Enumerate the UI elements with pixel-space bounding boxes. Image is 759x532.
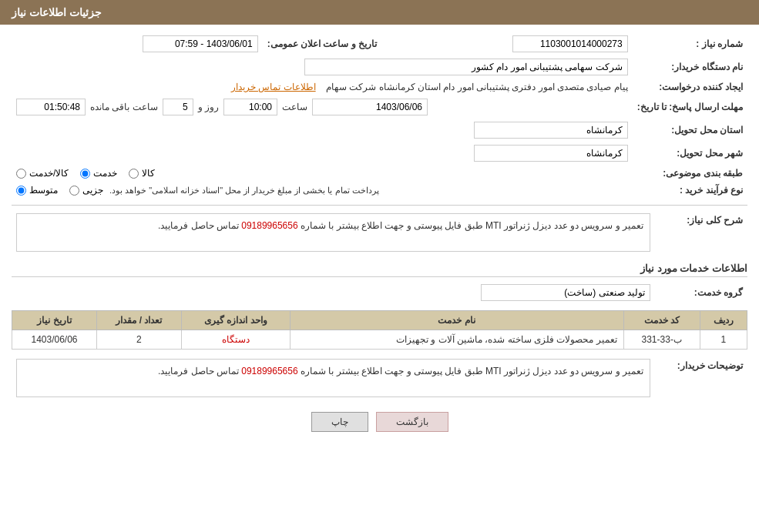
button-row: چاپ بازگشت — [12, 412, 747, 432]
cell-code: ب-33-331 — [623, 330, 700, 350]
page-title: جزئیات اطلاعات نیاز — [12, 6, 102, 18]
province-input[interactable] — [474, 122, 628, 139]
cell-name: تعمیر محصولات فلزی ساخته شده، ماشین آلات… — [290, 330, 623, 350]
need-desc-box: تعمیر و سرویس دو عدد دیزل ژنراتور MTI طب… — [16, 213, 650, 252]
services-section-title: اطلاعات خدمات مورد نیاز — [12, 263, 747, 277]
cell-qty: 2 — [96, 330, 181, 350]
main-content: شماره نیاز : تاریخ و ساعت اعلان عمومی: ن… — [0, 25, 759, 451]
reply-remaining-input[interactable] — [16, 99, 86, 115]
col-header-code: کد خدمت — [623, 311, 700, 330]
col-header-qty: تعداد / مقدار — [96, 311, 181, 330]
category-label: طبقه بندی موضوعی: — [633, 165, 747, 182]
need-number-label: شماره نیاز : — [633, 32, 747, 55]
creator-contact-link[interactable]: اطلاعات تماس خریدار — [231, 82, 316, 92]
reply-remaining-label: ساعت باقی مانده — [90, 102, 158, 112]
need-desc-section: شرح کلی نیاز: تعمیر و سرویس دو عدد دیزل … — [12, 210, 747, 255]
process-label: نوع فرآیند خرید : — [633, 182, 747, 199]
back-button[interactable]: بازگشت — [376, 412, 448, 432]
col-header-row: ردیف — [700, 311, 747, 330]
process-label-minor: جزیی — [82, 185, 103, 196]
print-button[interactable]: چاپ — [311, 412, 368, 432]
creator-label: ایجاد کننده درخواست: — [633, 79, 747, 95]
process-option-medium[interactable]: متوسط — [16, 185, 58, 196]
services-table: ردیف کد خدمت نام خدمت واحد اندازه گیری ت… — [12, 310, 747, 350]
need-desc-label: شرح کلی نیاز: — [655, 210, 747, 255]
creator-value: پیام صیادی متصدی امور دفتری پشتیبانی امو… — [326, 82, 628, 92]
service-group-section: گروه خدمت: — [12, 281, 747, 304]
col-header-unit: واحد اندازه گیری — [181, 311, 290, 330]
category-label-service: خدمت — [93, 168, 117, 179]
reply-time-input[interactable] — [223, 99, 277, 115]
category-radio-service[interactable] — [80, 169, 90, 179]
reply-deadline-label: مهلت ارسال پاسخ: تا تاریخ: — [633, 95, 747, 119]
separator-1 — [12, 205, 747, 206]
reply-days-input[interactable] — [163, 99, 193, 115]
announce-date-input[interactable] — [143, 35, 258, 52]
cell-unit: دستگاه — [181, 330, 290, 350]
reply-day-label: روز و — [198, 102, 219, 112]
buyer-desc-label: توضیحات خریدار: — [655, 356, 747, 400]
reply-date-input[interactable] — [312, 99, 428, 115]
process-note: پرداخت تمام یا بخشی از مبلغ خریدار از مح… — [109, 186, 379, 196]
table-row: 1 ب-33-331 تعمیر محصولات فلزی ساخته شده،… — [12, 330, 747, 350]
announce-date-label: تاریخ و ساعت اعلان عمومی: — [263, 32, 381, 55]
category-option-goods[interactable]: کالا — [129, 168, 155, 179]
city-label: شهر محل تحویل: — [633, 142, 747, 165]
service-group-label: گروه خدمت: — [655, 281, 747, 304]
buyer-desc-section: توضیحات خریدار: تعمیر و سرویس دو عدد دیز… — [12, 356, 747, 400]
col-header-name: نام خدمت — [290, 311, 623, 330]
service-group-input[interactable] — [481, 284, 650, 301]
category-label-goods: کالا — [142, 168, 155, 179]
category-radio-group: کالا/خدمت خدمت کالا — [16, 168, 628, 179]
city-input[interactable] — [474, 145, 628, 162]
process-option-minor[interactable]: جزیی — [69, 185, 103, 196]
buyer-desc-box: تعمیر و سرویس دو عدد دیزل ژنراتور MTI طب… — [16, 359, 650, 397]
process-radio-medium[interactable] — [16, 186, 26, 196]
category-option-service[interactable]: خدمت — [80, 168, 117, 179]
process-label-medium: متوسط — [29, 185, 58, 196]
form-section-top: شماره نیاز : تاریخ و ساعت اعلان عمومی: ن… — [12, 32, 747, 199]
province-label: استان محل تحویل: — [633, 119, 747, 142]
need-number-input[interactable] — [512, 35, 628, 52]
category-option-goods-services[interactable]: کالا/خدمت — [16, 168, 69, 179]
page-wrapper: جزئیات اطلاعات نیاز شماره نیاز : تاریخ و… — [0, 0, 759, 532]
requester-org-label: نام دستگاه خریدار: — [633, 55, 747, 79]
need-desc-phone: 09189965656 — [241, 220, 297, 231]
buyer-desc-phone: 09189965656 — [241, 366, 297, 376]
page-header: جزئیات اطلاعات نیاز — [0, 0, 759, 25]
cell-row: 1 — [700, 330, 747, 350]
col-header-date: تاریخ نیاز — [12, 311, 97, 330]
process-radio-minor[interactable] — [69, 186, 79, 196]
category-radio-goods-services[interactable] — [16, 169, 26, 179]
cell-date: 1403/06/06 — [12, 330, 97, 350]
process-row: متوسط جزیی پرداخت تمام یا بخشی از مبلغ خ… — [16, 185, 628, 196]
requester-org-input[interactable] — [304, 59, 628, 75]
category-radio-goods[interactable] — [129, 169, 139, 179]
reply-time-label: ساعت — [282, 102, 307, 112]
process-radio-group: متوسط جزیی — [16, 185, 103, 196]
category-label-goods-services: کالا/خدمت — [29, 168, 69, 179]
